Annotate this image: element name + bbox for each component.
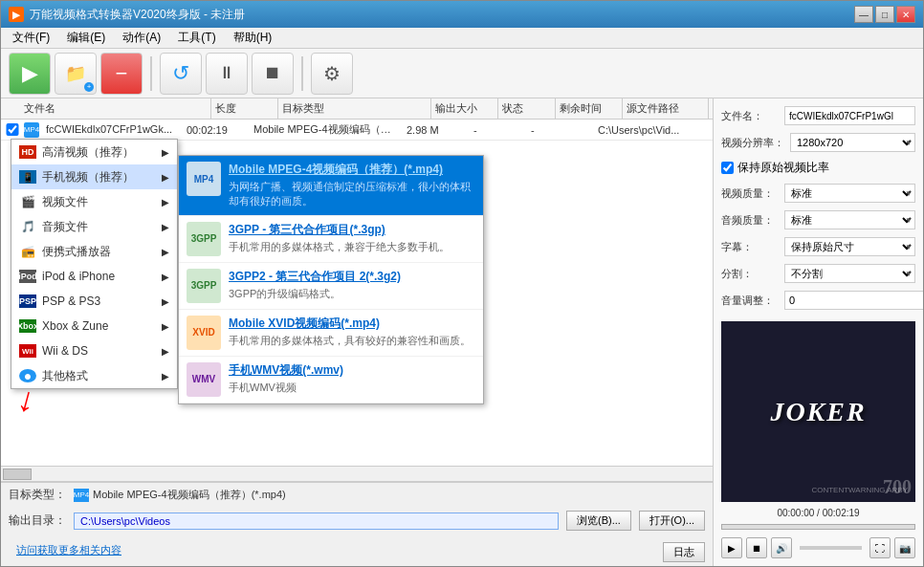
rp-audio-quality-select[interactable]: 标准 高质量 低质量 [784, 210, 915, 229]
rp-filename-input[interactable] [784, 106, 915, 125]
target-icon: MP4 [74, 489, 89, 502]
maximize-button[interactable]: □ [875, 6, 894, 23]
wmv-icon: WMV [187, 362, 221, 397]
submenu-item-xvid[interactable]: XVID Mobile XVID视频编码(*.mp4) 手机常用的多媒体格式，具… [179, 310, 483, 357]
submenu-item-mp4[interactable]: MP4 Mobile MPEG-4视频编码（推荐）(*.mp4) 为网络广播、视… [179, 156, 483, 216]
rp-split-select[interactable]: 不分割 [784, 264, 915, 283]
browse-button[interactable]: 浏览(B)... [566, 511, 631, 531]
refresh-button[interactable]: ↺ [160, 53, 202, 95]
toolbar: ▶ 📁 + − ↺ ⏸ ⏹ ⚙ [1, 49, 923, 98]
rp-audio-quality-select-wrap: 标准 高质量 低质量 [784, 210, 915, 229]
mobile-icon: 📱 [19, 170, 36, 184]
submenu-item-wmv[interactable]: WMV 手机WMV视频(*.wmv) 手机WMV视频 [179, 357, 483, 403]
sm-title-xvid: Mobile XVID视频编码(*.mp4) [229, 316, 475, 332]
rp-video-quality-select-wrap: 标准 高质量 低质量 [784, 184, 915, 203]
dropdown-item-mobile[interactable]: 📱 手机视频（推荐） ▶ [11, 164, 177, 189]
sm-title-mp4: Mobile MPEG-4视频编码（推荐）(*.mp4) [229, 162, 475, 178]
settings-button[interactable]: ⚙ [311, 53, 353, 95]
menu-tools[interactable]: 工具(T) [170, 28, 223, 48]
output-label: 输出目录： [9, 512, 66, 529]
rp-volume-input[interactable] [784, 291, 923, 310]
menu-help[interactable]: 帮助(H) [226, 28, 280, 48]
scroll-thumb[interactable] [3, 469, 32, 480]
sm-title-3gpp: 3GPP - 第三代合作项目(*.3gp) [229, 222, 475, 238]
horizontal-scrollbar[interactable] [1, 466, 713, 481]
rp-keep-ratio-checkbox[interactable] [721, 162, 734, 174]
submenu: MP4 Mobile MPEG-4视频编码（推荐）(*.mp4) 为网络广播、视… [178, 155, 484, 404]
play-preview-button[interactable]: ▶ [721, 537, 742, 558]
mp4-icon: MP4 [187, 162, 221, 196]
dropdown-item-xbox[interactable]: Xbox Xbox & Zune ▶ [11, 314, 177, 338]
main-window: ▶ 万能视频格式转换器V2020终身版 - 未注册 — □ ✕ 文件(F) 编辑… [0, 0, 924, 567]
submenu-text-3gpp2: 3GPP2 - 第三代合作项目 2(*.3g2) 3GPP的升级编码格式。 [229, 269, 475, 301]
separator-1 [150, 56, 152, 91]
dropdown-item-ipod[interactable]: iPod iPod & iPhone ▶ [11, 264, 177, 289]
rp-resolution-label: 视频分辨率： [721, 136, 784, 150]
rp-video-quality-select[interactable]: 标准 高质量 低质量 [784, 184, 915, 203]
rp-subtitle-select-wrap: 保持原始尺寸 [784, 237, 915, 256]
menu-edit[interactable]: 编辑(E) [59, 28, 113, 48]
stop-preview-button[interactable]: ⏹ [746, 537, 767, 558]
header-filename: 文件名 [20, 98, 211, 119]
title-bar: ▶ 万能视频格式转换器V2020终身版 - 未注册 — □ ✕ [1, 1, 923, 28]
header-duration: 长度 [211, 98, 278, 119]
rp-resolution-row: 视频分辨率： 1280x720 1920x1080 854x480 [721, 133, 915, 152]
watermark: 700 [883, 476, 912, 498]
submenu-item-3gpp2[interactable]: 3GPP 3GPP2 - 第三代合作项目 2(*.3g2) 3GPP的升级编码格… [179, 263, 483, 310]
file-list: MP4 fcCWIEkdlx07CFrP1wGk... 00:02:19 Mob… [1, 120, 713, 466]
fullscreen-button[interactable]: ⛶ [869, 537, 891, 558]
add-file-button[interactable]: 📁 + [55, 53, 97, 95]
stop-button[interactable]: ⏹ [252, 53, 294, 95]
start-button[interactable]: ▶ [9, 53, 51, 95]
arrow-icon-3: ▶ [162, 222, 169, 232]
dropdown-item-psp[interactable]: PSP PSP & PS3 ▶ [11, 289, 177, 314]
portable-icon: 📻 [19, 245, 36, 258]
dropdown-item-audio[interactable]: 🎵 音频文件 ▶ [11, 214, 177, 239]
menu-file[interactable]: 文件(F) [5, 28, 57, 48]
bottom-actions-row: 访问获取更多相关内容 日志 [1, 534, 713, 566]
minimize-button[interactable]: — [854, 6, 873, 23]
separator-2 [301, 56, 303, 91]
volume-slider[interactable] [800, 546, 862, 550]
wii-icon: Wii [19, 344, 36, 358]
dropdown-item-portable[interactable]: 📻 便携式播放器 ▶ [11, 239, 177, 264]
rp-video-quality-label: 视频质量： [721, 186, 779, 201]
progress-bar[interactable] [721, 524, 915, 530]
hd-icon: HD [19, 145, 36, 159]
preview-movie-title: JOKER [770, 397, 866, 427]
close-button[interactable]: ✕ [896, 6, 915, 23]
log-button[interactable]: 日志 [663, 542, 705, 562]
rp-volume-label: 音量调整： [721, 294, 779, 308]
volume-button[interactable]: 🔊 [771, 537, 792, 558]
player-controls: ▶ ⏹ 🔊 ⛶ 📷 [721, 537, 915, 558]
window-title: 万能视频格式转换器V2020终身版 - 未注册 [30, 7, 245, 23]
dropdown-item-video[interactable]: 🎬 视频文件 ▶ [11, 189, 177, 214]
rp-split-label: 分割： [721, 267, 779, 281]
arrow-icon-7: ▶ [162, 321, 169, 332]
time-value: 00:00:00 / 00:02:19 [777, 508, 859, 518]
ipod-icon: iPod [19, 270, 36, 283]
rp-audio-quality-row: 音频质量： 标准 高质量 低质量 [721, 210, 915, 229]
progress-area [721, 524, 915, 530]
menu-action[interactable]: 动作(A) [115, 28, 168, 48]
pause-button[interactable]: ⏸ [206, 53, 248, 95]
output-input[interactable] [74, 512, 559, 530]
bottom-area: 目标类型： MP4 Mobile MPEG-4视频编码（推荐）(*.mp4) 输… [1, 481, 713, 566]
main-content: 文件名 长度 目标类型 输出大小 状态 剩余时间 源文件路径 MP4 fcCWI… [1, 98, 923, 566]
arrow-icon-4: ▶ [162, 247, 169, 257]
screenshot-button[interactable]: 📷 [894, 537, 915, 558]
submenu-item-3gpp[interactable]: 3GPP 3GPP - 第三代合作项目(*.3gp) 手机常用的多媒体格式，兼容… [179, 216, 483, 263]
open-button[interactable]: 打开(O)... [639, 511, 705, 531]
dropdown-item-wii[interactable]: Wii Wii & DS ▶ [11, 338, 177, 363]
dropdown-item-hd[interactable]: HD 高清视频（推荐） ▶ [11, 140, 177, 164]
dropdown-overlay: HD 高清视频（推荐） ▶ 📱 手机视频（推荐） ▶ 🎬 视频文件 [1, 120, 713, 466]
rp-subtitle-label: 字幕： [721, 240, 779, 254]
remove-button[interactable]: − [100, 53, 143, 95]
rp-keep-ratio-row: 保持原始视频比率 [721, 160, 915, 176]
rp-subtitle-select[interactable]: 保持原始尺寸 [784, 237, 915, 256]
sm-desc-3gpp: 手机常用的多媒体格式，兼容于绝大多数手机。 [229, 240, 475, 254]
output-row: 输出目录： 浏览(B)... 打开(O)... [1, 507, 713, 534]
rp-resolution-select[interactable]: 1280x720 1920x1080 854x480 [790, 133, 915, 152]
xvid-icon: XVID [187, 316, 221, 350]
visit-link[interactable]: 访问获取更多相关内容 [9, 541, 129, 559]
